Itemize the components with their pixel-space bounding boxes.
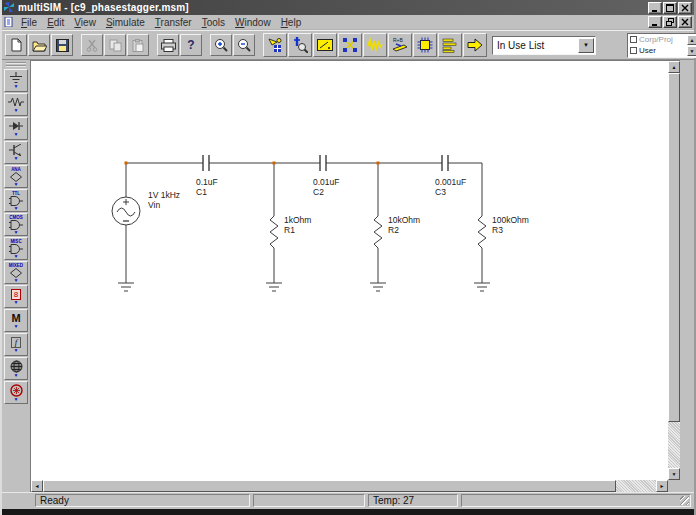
sidebar-item-analog[interactable]: ANA ▼ [4,165,28,188]
menu-simulate[interactable]: Simulate [101,16,150,29]
vertical-scroll-thumb[interactable] [668,73,680,422]
print-button[interactable] [157,34,179,56]
sidebar-item-rf[interactable]: ▼ [4,357,28,380]
multimeter-button[interactable] [313,33,337,57]
c2-name-label: C2 [313,187,324,197]
c1-name-label: C1 [196,187,207,197]
c3-name-label: C3 [435,187,446,197]
network-icon [342,37,358,53]
logic-gate-icon [9,244,23,254]
ac-source-vin[interactable] [112,197,140,225]
ground-symbol [118,283,490,291]
sidebar-item-diodes[interactable]: ▼ [4,117,28,140]
capacitor-c2[interactable] [320,155,326,171]
scroll-left-icon[interactable]: ◄ [31,480,43,492]
sidebar-item-controls[interactable]: f ▼ [4,333,28,356]
menu-transfer[interactable]: Transfer [150,16,197,29]
chip-button[interactable] [413,33,437,57]
breadboard-button[interactable]: R+B [388,33,412,57]
rb-label: R+B [393,37,404,43]
horizontal-scroll-thumb[interactable] [43,480,616,492]
resistor-r1[interactable] [270,216,278,248]
sidebar-item-transistors[interactable]: ▼ [4,141,28,164]
toolbar-grip[interactable] [6,62,26,67]
scroll-right-icon[interactable]: ► [656,480,668,492]
postprocessor-button[interactable] [338,33,362,57]
motor-icon [10,384,23,397]
app-icon [4,2,15,13]
sidebar-item-cmos[interactable]: CMOS ▼ [4,213,28,236]
chevron-down-icon: ▼ [14,373,19,378]
combo-dropdown-icon[interactable]: ▼ [578,38,594,53]
save-button[interactable] [51,34,73,56]
vertical-scrollbar[interactable]: ▲ ▼ [668,61,680,480]
r1-value-label: 1kOhm [284,215,311,225]
user-checkbox[interactable] [630,47,637,54]
source-value-label: 1V 1kHz [148,190,180,200]
sidebar-item-electromechanical[interactable]: ▼ [4,381,28,404]
zoom-out-button[interactable] [233,34,255,56]
zoom-out-icon [237,38,251,52]
child-restore-button[interactable] [663,16,677,28]
r3-name-label: R3 [492,225,503,235]
scroll-down-icon[interactable]: ▼ [668,468,680,480]
menu-edit[interactable]: Edit [42,16,69,29]
transfer-button[interactable] [463,33,487,57]
sidebar-item-mixed[interactable]: MIXED ▼ [4,261,28,284]
menu-file[interactable]: File [16,16,42,29]
capacitor-c3[interactable] [442,155,448,171]
menu-help[interactable]: Help [276,16,307,29]
child-minimize-button[interactable] [648,16,662,28]
db-scroll-up-icon[interactable]: ▲ [687,35,696,45]
status-temp: Temp: 27 [368,494,458,507]
parts-bin-button[interactable] [263,33,287,57]
new-button[interactable] [5,34,27,56]
minimize-button[interactable] [648,2,662,14]
status-bar: Ready Temp: 27 [2,492,694,509]
in-use-list-combo[interactable]: In Use List ▼ [492,36,596,55]
r3-value-label: 100kOhm [492,215,529,225]
menu-tools[interactable]: Tools [197,16,230,29]
sidebar-item-indicators[interactable]: 8 ▼ [4,285,28,308]
help-button[interactable]: ? [180,34,202,56]
resistor-r2[interactable] [374,216,382,248]
menu-view[interactable]: View [69,16,101,29]
maximize-button[interactable] [663,2,677,14]
menu-window[interactable]: Window [230,16,276,29]
corp-proj-row[interactable]: Corp/Proj [630,35,686,45]
database-panel-scrollbar: ▲ ▼ [686,34,696,57]
logic-gate-icon [9,196,23,206]
cut-button[interactable] [81,34,103,56]
schematic-canvas[interactable]: 1V 1kHz Vin 0.1uF C1 0.01uF C2 0.001uF C… [31,61,668,480]
probe-icon [292,37,308,53]
reports-button[interactable] [438,33,462,57]
globe-icon [10,360,23,373]
scroll-up-icon[interactable]: ▲ [668,61,680,73]
paste-button[interactable] [127,34,149,56]
probe-button[interactable] [288,33,312,57]
diamond-icon [10,172,22,182]
analysis-button[interactable] [363,33,387,57]
sidebar-item-sources[interactable]: ▼ [4,69,28,92]
corp-proj-checkbox[interactable] [630,36,637,43]
reports-list-icon [442,37,458,53]
close-button[interactable] [678,2,692,14]
parts-bin-icon [267,37,283,53]
user-row[interactable]: User [630,45,686,55]
status-panel-empty [253,494,365,507]
open-button[interactable] [28,34,50,56]
sidebar-item-miscellaneous[interactable]: M ▼ [4,309,28,332]
db-scroll-down-icon[interactable]: ▼ [687,46,696,56]
resize-grip[interactable] [680,496,689,505]
child-close-button[interactable] [678,16,692,28]
copy-button[interactable] [104,34,126,56]
sidebar-item-ttl[interactable]: TTL ▼ [4,189,28,212]
capacitor-c1[interactable] [203,155,209,171]
zoom-in-button[interactable] [210,34,232,56]
resistor-r3[interactable] [478,216,486,248]
sidebar-item-misc-digital[interactable]: MISC ▼ [4,237,28,260]
in-use-list-value: In Use List [493,40,578,51]
sidebar-item-basic[interactable]: ▼ [4,93,28,116]
horizontal-scrollbar[interactable]: ◄ ► [31,480,668,492]
chevron-down-icon: ▼ [14,84,19,89]
